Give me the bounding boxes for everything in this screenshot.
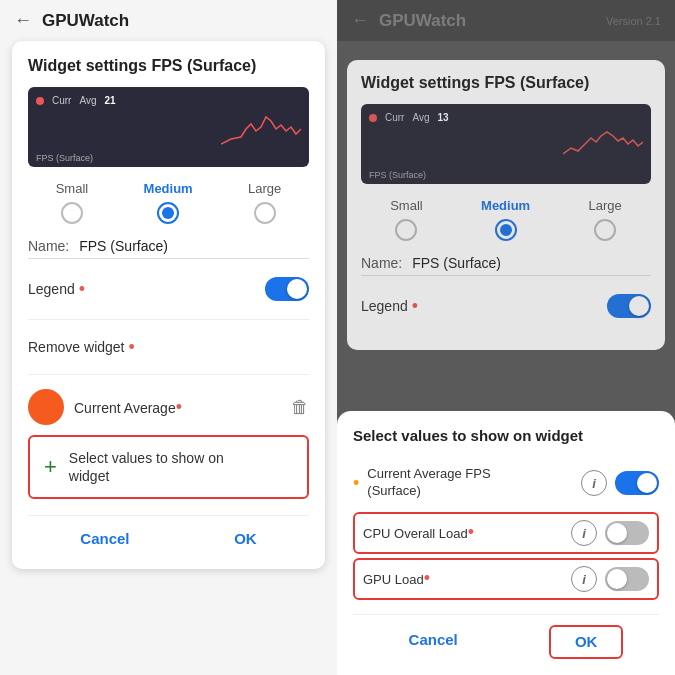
- legend-label-right: Legend•: [361, 297, 418, 315]
- legend-row-right: Legend•: [361, 290, 651, 322]
- app-title-left: GPUWatch: [42, 11, 129, 31]
- size-selector-left: Small Medium Large: [28, 181, 309, 224]
- bg-dialog-title-right: Widget settings FPS (Surface): [361, 74, 651, 92]
- item-toggle-knob-0: [637, 473, 657, 493]
- cancel-button-left[interactable]: Cancel: [60, 524, 149, 553]
- curr-value-left: 21: [105, 95, 116, 106]
- info-icon-2[interactable]: i: [571, 566, 597, 592]
- size-medium-label-left: Medium: [144, 181, 193, 196]
- size-small-label-left: Small: [56, 181, 89, 196]
- size-medium-left[interactable]: Medium: [144, 181, 193, 224]
- size-small-left[interactable]: Small: [56, 181, 89, 224]
- size-large-left[interactable]: Large: [248, 181, 281, 224]
- legend-toggle-knob-right: [629, 296, 649, 316]
- widget-bottom-label-right: FPS (Surface): [369, 170, 426, 180]
- size-small-radio-left[interactable]: [61, 202, 83, 224]
- name-value-left[interactable]: FPS (Surface): [79, 238, 168, 254]
- curr-value-right: 13: [438, 112, 449, 123]
- item-row-2: GPU Load• i: [353, 558, 659, 600]
- size-small-right: Small: [390, 198, 423, 241]
- size-large-right: Large: [589, 198, 622, 241]
- size-large-label-right: Large: [589, 198, 622, 213]
- name-row-left: Name: FPS (Surface): [28, 238, 309, 259]
- dialog-footer-left: Cancel OK: [28, 515, 309, 553]
- widget-graph-right: [563, 126, 643, 166]
- legend-label-left: Legend•: [28, 280, 85, 298]
- size-large-radio-left[interactable]: [254, 202, 276, 224]
- trash-icon-left[interactable]: 🗑: [291, 397, 309, 418]
- curr-label-right: Curr: [385, 112, 404, 123]
- item-toggle-1[interactable]: [605, 521, 649, 545]
- widget-bottom-label-left: FPS (Surface): [36, 153, 93, 163]
- name-label-left: Name:: [28, 238, 69, 254]
- widget-preview-right: Curr Avg 13 FPS (Surface): [361, 104, 651, 184]
- select-values-text-left: Select values to show onwidget: [69, 449, 224, 485]
- widget-preview-left: Curr Avg 21 FPS (Surface): [28, 87, 309, 167]
- size-selector-right: Small Medium Large: [361, 198, 651, 241]
- legend-toggle-left[interactable]: [265, 277, 309, 301]
- size-medium-label-right: Medium: [481, 198, 530, 213]
- current-avg-dot-left: [28, 389, 64, 425]
- current-avg-label-left: Current Average•: [74, 398, 281, 416]
- left-top-bar: ← GPUWatch: [0, 0, 337, 41]
- legend-row-left: Legend•: [28, 273, 309, 305]
- select-dialog-footer: Cancel OK: [353, 614, 659, 659]
- stat-dot-left: [36, 97, 44, 105]
- ok-button-left[interactable]: OK: [214, 524, 277, 553]
- item-toggle-2[interactable]: [605, 567, 649, 591]
- curr-label-left: Curr: [52, 95, 71, 106]
- size-medium-right: Medium: [481, 198, 530, 241]
- avg-label-left: Avg: [79, 95, 96, 106]
- item-toggle-knob-1: [607, 523, 627, 543]
- size-large-radio-right: [594, 219, 616, 241]
- size-medium-inner-right: [500, 224, 512, 236]
- current-average-row-left: Current Average• 🗑: [28, 389, 309, 425]
- size-medium-radio-right: [495, 219, 517, 241]
- cancel-button-right[interactable]: Cancel: [389, 625, 478, 659]
- size-large-label-left: Large: [248, 181, 281, 196]
- size-small-radio-right: [395, 219, 417, 241]
- select-values-dialog: Select values to show on widget • Curren…: [337, 411, 675, 675]
- legend-toggle-right: [607, 294, 651, 318]
- avg-label-right: Avg: [412, 112, 429, 123]
- info-icon-0[interactable]: i: [581, 470, 607, 496]
- legend-toggle-knob-left: [287, 279, 307, 299]
- remove-widget-label-left: Remove widget•: [28, 338, 135, 356]
- size-small-label-right: Small: [390, 198, 423, 213]
- remove-widget-row-left: Remove widget•: [28, 334, 309, 360]
- stat-dot-right: [369, 114, 377, 122]
- item-label-1: CPU Overall Load•: [363, 523, 563, 543]
- size-medium-radio-left[interactable]: [157, 202, 179, 224]
- back-icon[interactable]: ←: [14, 10, 32, 31]
- name-label-right: Name:: [361, 255, 402, 271]
- plus-icon-left: +: [44, 454, 57, 480]
- size-medium-inner-left: [162, 207, 174, 219]
- select-values-button-left[interactable]: + Select values to show onwidget: [28, 435, 309, 499]
- divider-left: [28, 319, 309, 320]
- item-toggle-0[interactable]: [615, 471, 659, 495]
- info-icon-1[interactable]: i: [571, 520, 597, 546]
- right-panel: ← GPUWatch Version 2.1 Widget settings F…: [337, 0, 675, 675]
- item-toggle-knob-2: [607, 569, 627, 589]
- item-row-0: • Current Average FPS(Surface) i: [353, 458, 659, 508]
- bg-dialog-right: Widget settings FPS (Surface) Curr Avg 1…: [347, 60, 665, 350]
- item-row-1: CPU Overall Load• i: [353, 512, 659, 554]
- item-label-2: GPU Load•: [363, 569, 563, 589]
- name-value-right: FPS (Surface): [412, 255, 501, 271]
- ok-button-right[interactable]: OK: [549, 625, 624, 659]
- ok-label-right: OK: [575, 633, 598, 650]
- select-dialog-title: Select values to show on widget: [353, 427, 659, 444]
- name-row-right: Name: FPS (Surface): [361, 255, 651, 276]
- widget-graph-left: [221, 109, 301, 149]
- left-dialog-title: Widget settings FPS (Surface): [28, 57, 309, 75]
- item-label-0: Current Average FPS(Surface): [367, 466, 573, 500]
- left-panel: ← GPUWatch Widget settings FPS (Surface)…: [0, 0, 337, 675]
- left-dialog-card: Widget settings FPS (Surface) Curr Avg 2…: [12, 41, 325, 569]
- item-dot-0: •: [353, 474, 359, 492]
- divider2-left: [28, 374, 309, 375]
